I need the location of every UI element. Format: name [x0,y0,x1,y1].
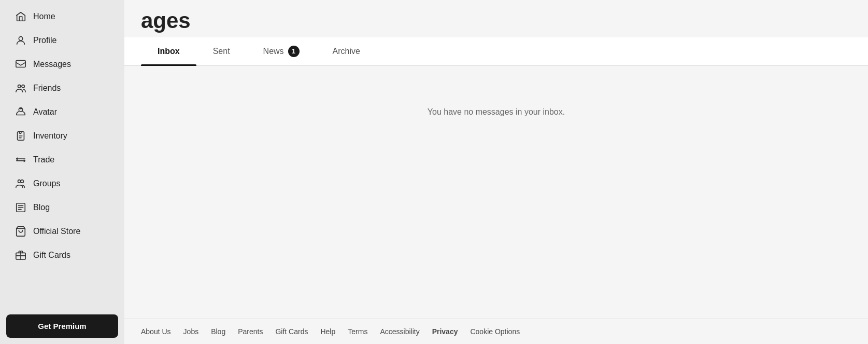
tab-sent[interactable]: Sent [196,37,247,65]
tab-news[interactable]: News 1 [247,37,316,65]
svg-point-12 [21,180,24,183]
sidebar-item-groups[interactable]: Groups [4,172,120,195]
tab-inbox-label: Inbox [158,47,180,56]
inventory-icon [15,130,27,142]
main-content: ages Inbox Sent News 1 Archive You have … [124,0,868,344]
sidebar-item-gift-cards-label: Gift Cards [33,251,70,260]
sidebar-item-messages[interactable]: Messages [4,53,120,76]
sidebar-item-avatar-label: Avatar [33,107,57,117]
footer-link-cookie-options[interactable]: Cookie Options [470,327,520,336]
footer-link-help[interactable]: Help [320,327,335,336]
empty-inbox-message: You have no messages in your inbox. [428,107,565,117]
sidebar: Home Profile Messages Friends [0,0,124,344]
svg-point-3 [22,85,25,88]
home-icon [15,10,27,23]
sidebar-item-messages-label: Messages [33,60,71,69]
sidebar-item-blog[interactable]: Blog [4,196,120,219]
sidebar-item-profile-label: Profile [33,36,56,45]
footer: About Us Jobs Blog Parents Gift Cards He… [124,319,868,344]
footer-link-parents[interactable]: Parents [238,327,263,336]
sidebar-item-home-label: Home [33,12,55,21]
groups-icon [15,177,27,190]
svg-point-2 [18,85,21,88]
sidebar-item-inventory[interactable]: Inventory [4,125,120,147]
tab-news-label: News [263,47,284,56]
sidebar-item-trade[interactable]: Trade [4,148,120,171]
sidebar-item-inventory-label: Inventory [33,131,67,141]
footer-link-gift-cards[interactable]: Gift Cards [275,327,308,336]
page-header: ages [124,0,868,37]
profile-icon [15,34,27,47]
sidebar-item-profile[interactable]: Profile [4,29,120,52]
tab-sent-label: Sent [213,47,230,56]
svg-rect-5 [20,108,22,109]
gift-cards-icon [15,249,27,262]
sidebar-nav: Home Profile Messages Friends [0,0,124,308]
blog-icon [15,201,27,214]
tab-inbox[interactable]: Inbox [141,37,196,65]
inbox-content: You have no messages in your inbox. [124,66,868,319]
sidebar-item-trade-label: Trade [33,155,54,164]
footer-link-accessibility[interactable]: Accessibility [380,327,419,336]
friends-icon [15,82,27,94]
sidebar-item-home[interactable]: Home [4,5,120,28]
tab-archive-label: Archive [333,47,360,56]
messages-icon [15,58,27,71]
footer-link-terms[interactable]: Terms [348,327,367,336]
trade-icon [15,154,27,166]
svg-point-0 [19,37,22,40]
sidebar-item-friends[interactable]: Friends [4,77,120,100]
sidebar-item-official-store[interactable]: Official Store [4,220,120,243]
sidebar-item-avatar[interactable]: Avatar [4,101,120,123]
svg-rect-1 [16,61,25,67]
page-title: ages [141,8,851,33]
footer-link-privacy[interactable]: Privacy [432,327,458,336]
get-premium-button[interactable]: Get Premium [6,314,118,338]
store-icon [15,225,27,238]
sidebar-item-blog-label: Blog [33,203,50,212]
sidebar-item-gift-cards[interactable]: Gift Cards [4,244,120,267]
footer-link-about-us[interactable]: About Us [141,327,171,336]
svg-point-11 [18,180,21,183]
tab-archive[interactable]: Archive [316,37,377,65]
footer-link-blog[interactable]: Blog [211,327,225,336]
sidebar-item-groups-label: Groups [33,179,60,188]
tabs-bar: Inbox Sent News 1 Archive [124,37,868,66]
news-badge: 1 [288,46,300,57]
sidebar-item-friends-label: Friends [33,84,61,93]
avatar-icon [15,106,27,118]
footer-link-jobs[interactable]: Jobs [183,327,199,336]
sidebar-item-official-store-label: Official Store [33,227,80,236]
